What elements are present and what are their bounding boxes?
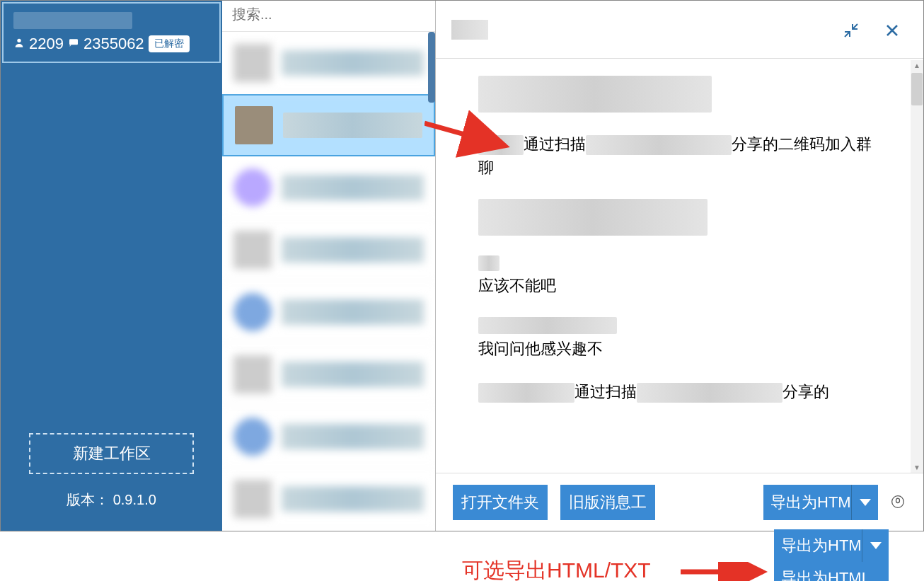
person-icon: [13, 37, 25, 51]
conversation-item[interactable]: [222, 219, 435, 281]
export-dropdown-main[interactable]: 导出为HTM: [774, 529, 862, 562]
open-folder-button[interactable]: 打开文件夹: [453, 485, 548, 520]
chat-footer: 打开文件夹 旧版消息工 导出为HTM: [436, 473, 923, 531]
convo-scrollbar[interactable]: [428, 32, 435, 103]
chevron-down-icon: [860, 499, 871, 506]
new-workspace-button[interactable]: 新建工作区: [29, 433, 194, 474]
app-window: 2209 2355062 已解密 新建工作区 版本： 0.9.1.0: [0, 0, 924, 531]
svg-point-0: [17, 39, 21, 42]
chat-message: [478, 199, 881, 236]
chat-message: 应该不能吧: [478, 255, 881, 297]
svg-rect-1: [69, 39, 78, 45]
chat-header: [436, 1, 923, 59]
chat-panel: 通过扫描分享的二维码加入群聊 应该不能吧 我问问他感兴趣不 通过扫描分享的 ▲ …: [436, 1, 923, 531]
scrollbar-thumb[interactable]: [911, 73, 923, 105]
rocket-icon[interactable]: [891, 495, 906, 510]
scroll-down-icon[interactable]: ▼: [913, 464, 920, 471]
chat-title-placeholder: [451, 20, 488, 40]
chat-scrollbar[interactable]: ▲ ▼: [911, 60, 923, 473]
version-label: 版本： 0.9.1.0: [1, 490, 222, 510]
svg-point-2: [892, 495, 904, 507]
chat-message: 我问问他感兴趣不: [478, 317, 881, 360]
old-messages-button[interactable]: 旧版消息工: [560, 485, 655, 520]
export-dropdown-open: 导出为HTM 导出为HTML: [774, 529, 889, 581]
workspace-title-placeholder: [13, 12, 132, 29]
message-count: 2355062: [83, 35, 144, 53]
conversation-list-body[interactable]: [222, 32, 435, 531]
export-dropdown-item-html[interactable]: 导出为HTML: [774, 562, 889, 581]
sidebar: 2209 2355062 已解密 新建工作区 版本： 0.9.1.0: [1, 1, 222, 531]
annotation-text: 可选导出HTML/TXT: [462, 556, 651, 581]
workspace-card[interactable]: 2209 2355062 已解密: [2, 2, 221, 63]
export-html-button[interactable]: 导出为HTM: [763, 485, 851, 520]
chat-body[interactable]: 通过扫描分享的二维码加入群聊 应该不能吧 我问问他感兴趣不 通过扫描分享的: [436, 59, 923, 473]
chevron-down-icon: [870, 542, 882, 549]
chat-message: [478, 76, 881, 113]
minimize-icon[interactable]: [841, 21, 861, 40]
export-dropdown-toggle[interactable]: [851, 485, 878, 520]
workspace-stats: 2209 2355062 已解密: [13, 35, 209, 53]
chat-message: 通过扫描分享的: [478, 380, 881, 403]
conversation-item[interactable]: [222, 156, 435, 219]
conversation-item[interactable]: [222, 281, 435, 343]
decrypt-status-pill: 已解密: [149, 35, 190, 52]
people-count: 2209: [29, 35, 64, 53]
conversation-item[interactable]: [222, 468, 435, 530]
search-input[interactable]: [232, 6, 425, 23]
conversation-item[interactable]: [222, 405, 435, 468]
close-icon[interactable]: [882, 21, 902, 40]
scroll-up-icon[interactable]: ▲: [913, 62, 920, 69]
annotation-arrow: [681, 562, 773, 581]
conversation-list: [222, 1, 436, 531]
export-split-button: 导出为HTM: [763, 485, 878, 520]
conversation-item[interactable]: [222, 343, 435, 405]
conversation-item[interactable]: [222, 32, 435, 94]
search-bar: [222, 1, 435, 32]
message-icon: [68, 37, 79, 51]
chat-message: 通过扫描分享的二维码加入群聊: [478, 132, 881, 179]
conversation-item-selected[interactable]: [222, 94, 435, 156]
export-dropdown-toggle-open[interactable]: [862, 529, 889, 562]
